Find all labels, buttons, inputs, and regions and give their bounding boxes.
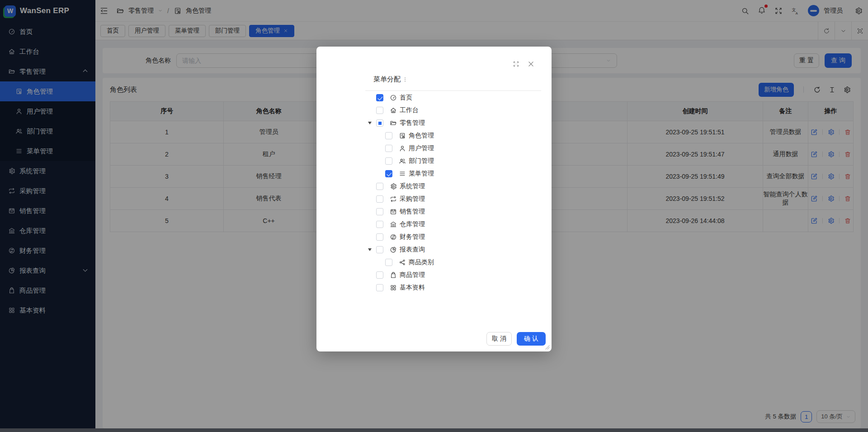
cancel-button[interactable]: 取 消 [486, 332, 512, 346]
tree-item-icon [399, 157, 406, 165]
resize-handle[interactable] [545, 345, 550, 350]
tree-checkbox[interactable] [376, 195, 383, 203]
tree-item-label[interactable]: 菜单管理 [409, 170, 434, 178]
tree-item[interactable]: 财务管理 [366, 231, 542, 243]
tree-checkbox[interactable] [385, 132, 392, 139]
tree-caret-icon[interactable] [366, 122, 376, 124]
tree-item-icon [399, 132, 406, 139]
tree-checkbox[interactable] [385, 259, 392, 266]
tree-item-label[interactable]: 用户管理 [409, 144, 434, 152]
tree-checkbox[interactable] [385, 145, 392, 152]
tree-item-label[interactable]: 商品类别 [409, 258, 434, 266]
confirm-button[interactable]: 确 认 [517, 332, 546, 346]
tree-item-label[interactable]: 报表查询 [400, 246, 425, 254]
tree-item-icon [390, 107, 397, 114]
tree-checkbox[interactable] [376, 107, 383, 114]
tree-item-icon [390, 208, 397, 215]
app-root: W WanSen ERP 首页 工作台 零售管理 角色管 [0, 0, 868, 432]
tree-checkbox[interactable] [376, 233, 383, 241]
tree-item-icon [390, 183, 397, 190]
tree-item-label[interactable]: 财务管理 [400, 233, 425, 241]
tree-item[interactable]: 销售管理 [366, 205, 542, 218]
tree-item[interactable]: 商品管理 [366, 269, 542, 281]
tree-item-label[interactable]: 零售管理 [400, 119, 425, 127]
tree-checkbox[interactable] [376, 94, 383, 101]
menu-assign-dialog: 菜单分配 首页 工作台 零售管理 [316, 47, 552, 351]
tree-checkbox[interactable] [385, 170, 392, 177]
dialog-title-text: 菜单分配 [373, 75, 401, 84]
tree-item-label[interactable]: 仓库管理 [400, 220, 425, 228]
tree-item[interactable]: 首页 [366, 91, 542, 104]
tree-item[interactable]: 报表查询 [366, 243, 542, 256]
tree-checkbox[interactable] [376, 119, 383, 127]
tree-item-icon [390, 221, 397, 228]
tree-item-label[interactable]: 销售管理 [400, 208, 425, 216]
tree-item-icon [390, 119, 397, 127]
tree-checkbox[interactable] [376, 246, 383, 253]
tree-checkbox[interactable] [385, 157, 392, 165]
tree-item-icon [390, 284, 397, 291]
tree-item-icon [399, 170, 406, 177]
tree-item-icon [390, 246, 397, 253]
tree-item-label[interactable]: 角色管理 [409, 132, 434, 140]
tree-checkbox[interactable] [376, 271, 383, 279]
tree-item-label[interactable]: 商品管理 [400, 271, 425, 279]
dialog-fullscreen-icon[interactable] [513, 61, 519, 67]
tree-item[interactable]: 仓库管理 [366, 218, 542, 231]
tree-item-icon [399, 259, 406, 266]
tree-checkbox[interactable] [376, 208, 383, 215]
tree-item-label[interactable]: 部门管理 [409, 157, 434, 165]
divider [365, 90, 541, 91]
tree-item-icon [390, 195, 397, 203]
tree-item[interactable]: 工作台 [366, 104, 542, 117]
tree-item[interactable]: 商品类别 [366, 256, 542, 269]
tree-item-icon [390, 94, 397, 101]
menu-tree: 首页 工作台 零售管理 角色管理 [366, 91, 542, 294]
tree-item-label[interactable]: 工作台 [400, 106, 419, 114]
dialog-title: 菜单分配 [373, 75, 408, 84]
tree-item-icon [390, 233, 397, 241]
tree-item-icon [390, 271, 397, 279]
tree-item-icon [399, 145, 406, 152]
tree-item[interactable]: 部门管理 [366, 155, 542, 167]
tree-item[interactable]: 菜单管理 [366, 167, 542, 180]
tree-item-label[interactable]: 基本资料 [400, 284, 425, 292]
tree-item[interactable]: 零售管理 [366, 117, 542, 129]
tree-caret-icon[interactable] [366, 248, 376, 251]
tree-item[interactable]: 用户管理 [366, 142, 542, 155]
tree-checkbox[interactable] [376, 221, 383, 228]
tree-item-label[interactable]: 系统管理 [400, 182, 425, 190]
dialog-footer: 取 消 确 认 [486, 332, 546, 346]
tree-checkbox[interactable] [376, 284, 383, 291]
tree-item[interactable]: 基本资料 [366, 281, 542, 294]
tree-item[interactable]: 采购管理 [366, 193, 542, 205]
tree-checkbox[interactable] [376, 183, 383, 190]
tree-item[interactable]: 角色管理 [366, 129, 542, 142]
tree-item-label[interactable]: 首页 [400, 94, 412, 102]
tree-item-label[interactable]: 采购管理 [400, 195, 425, 203]
dialog-close-icon[interactable] [527, 60, 535, 68]
more-vertical-icon[interactable] [402, 76, 408, 83]
tree-item[interactable]: 系统管理 [366, 180, 542, 193]
